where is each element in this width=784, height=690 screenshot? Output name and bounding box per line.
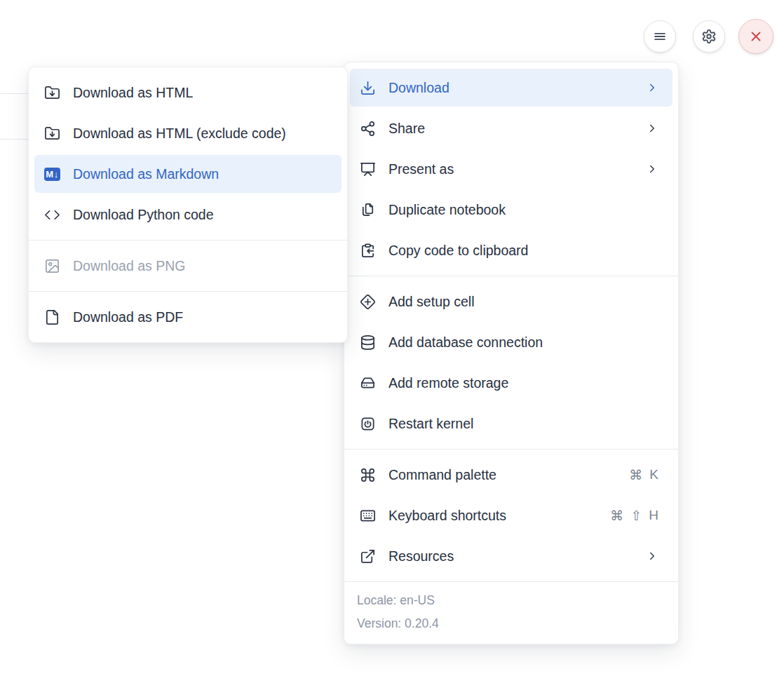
- menu-item-add-database-connection[interactable]: Add database connection: [350, 323, 673, 361]
- menu-item-label: Download as Markdown: [73, 166, 327, 182]
- image-icon: [44, 258, 60, 274]
- submenu-item-download-as-html[interactable]: Download as HTML: [34, 74, 342, 111]
- menu-item-label: Command palette: [388, 467, 616, 483]
- shortcut-key: H: [649, 508, 658, 523]
- menu-item-label: Download as HTML: [73, 85, 327, 101]
- external-link-icon: [360, 548, 376, 564]
- menu-item-label: Share: [388, 121, 633, 137]
- submenu-item-download-as-png: Download as PNG: [34, 247, 342, 285]
- menu-item-add-setup-cell[interactable]: Add setup cell: [350, 283, 673, 320]
- shortcut-key: K: [649, 467, 658, 482]
- menu-item-share[interactable]: Share: [350, 109, 673, 147]
- menu-item-label: Add database connection: [388, 334, 658, 351]
- menu-item-label: Add setup cell: [388, 294, 658, 310]
- chevron-right-icon: [646, 550, 658, 562]
- code-icon: [44, 207, 60, 223]
- menu-item-label: Download Python code: [73, 207, 327, 223]
- close-button[interactable]: [738, 19, 773, 54]
- download-icon: [360, 80, 376, 96]
- menu-section: Download as PNG: [29, 241, 347, 291]
- menu-item-restart-kernel[interactable]: Restart kernel: [350, 405, 673, 442]
- gear-icon: [701, 29, 717, 44]
- menu-button[interactable]: [644, 20, 676, 53]
- menu-item-command-palette[interactable]: Command palette⌘K: [350, 456, 673, 494]
- menu-section: Download as PDF: [29, 292, 347, 342]
- menu-item-keyboard-shortcuts[interactable]: Keyboard shortcuts⌘⇧H: [350, 496, 673, 534]
- keyboard-icon: [360, 508, 376, 524]
- menu-item-duplicate-notebook[interactable]: Duplicate notebook: [350, 191, 673, 229]
- menu-item-label: Restart kernel: [388, 416, 658, 432]
- menu-section: DownloadSharePresent asDuplicate noteboo…: [344, 62, 678, 276]
- chevron-right-icon: [646, 163, 658, 175]
- menu-item-label: Duplicate notebook: [388, 202, 658, 218]
- shortcut-key: ⌘: [629, 467, 642, 483]
- markdown-download-icon: M↓: [44, 168, 60, 181]
- keyboard-shortcut-hint: ⌘K: [629, 467, 658, 483]
- chevron-right-icon: [646, 122, 658, 135]
- menu-footer: Locale: en-USVersion: 0.20.4: [344, 582, 678, 644]
- presentation-icon: [360, 161, 376, 177]
- power-square-icon: [360, 416, 376, 432]
- menu-item-download[interactable]: Download: [350, 69, 673, 107]
- menu-section: Add setup cellAdd database connectionAdd…: [344, 276, 678, 449]
- menu-item-label: Download as HTML (exclude code): [73, 126, 327, 142]
- menu-item-label: Resources: [388, 548, 633, 564]
- download-submenu-panel: Download as HTMLDownload as HTML (exclud…: [28, 67, 348, 343]
- chevron-right-icon: [646, 81, 658, 94]
- submenu-item-download-as-pdf[interactable]: Download as PDF: [34, 298, 342, 336]
- file-icon: [44, 309, 60, 325]
- menu-item-label: Present as: [388, 161, 633, 177]
- settings-button[interactable]: [693, 20, 725, 53]
- submenu-item-download-as-markdown[interactable]: M↓Download as Markdown: [34, 155, 342, 193]
- menu-section: Download as HTMLDownload as HTML (exclud…: [29, 67, 347, 240]
- menu-item-add-remote-storage[interactable]: Add remote storage: [350, 364, 673, 402]
- app-screen: DownloadSharePresent asDuplicate noteboo…: [0, 0, 784, 690]
- menu-item-label: Download: [388, 80, 633, 96]
- database-icon: [360, 334, 376, 351]
- clipboard-arrow-icon: [360, 243, 376, 259]
- menu-item-label: Download as PNG: [73, 258, 327, 274]
- hard-drive-icon: [360, 375, 376, 391]
- menu-item-label: Copy code to clipboard: [388, 243, 658, 259]
- duplicate-icon: [360, 202, 376, 218]
- submenu-item-download-python-code[interactable]: Download Python code: [34, 196, 342, 234]
- main-menu-panel: DownloadSharePresent asDuplicate noteboo…: [344, 62, 679, 644]
- markdown-download-icon: M↓: [44, 166, 60, 182]
- folder-down-icon: [44, 85, 60, 101]
- close-icon: [748, 29, 764, 44]
- submenu-item-download-as-html-exclude-code[interactable]: Download as HTML (exclude code): [34, 114, 342, 152]
- menu-item-label: Add remote storage: [388, 375, 658, 391]
- locale-text: Locale: en-US: [357, 589, 665, 612]
- share-icon: [360, 121, 376, 137]
- shortcut-key: ⇧: [630, 508, 642, 524]
- diamond-plus-icon: [360, 294, 376, 310]
- menu-section: Command palette⌘KKeyboard shortcuts⌘⇧HRe…: [344, 449, 678, 581]
- menu-item-present-as[interactable]: Present as: [350, 150, 673, 188]
- page-rule-line: [0, 93, 29, 94]
- folder-down-icon: [44, 126, 60, 142]
- menu-item-label: Keyboard shortcuts: [388, 508, 597, 524]
- menu-item-copy-code-to-clipboard[interactable]: Copy code to clipboard: [350, 231, 673, 269]
- shortcut-key: ⌘: [610, 508, 623, 524]
- menu-item-label: Download as PDF: [73, 309, 327, 325]
- command-icon: [360, 467, 376, 483]
- version-text: Version: 0.20.4: [357, 612, 665, 635]
- hamburger-menu-icon: [652, 29, 668, 44]
- menu-item-resources[interactable]: Resources: [350, 537, 673, 575]
- keyboard-shortcut-hint: ⌘⇧H: [610, 508, 658, 524]
- page-rule-line: [0, 139, 29, 140]
